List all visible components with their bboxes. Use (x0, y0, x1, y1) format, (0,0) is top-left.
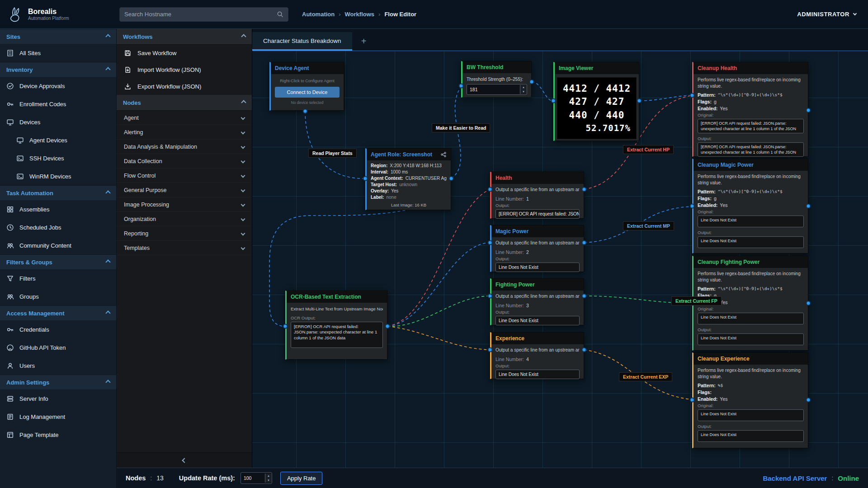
breadcrumb-automation[interactable]: Automation (302, 11, 335, 18)
wire-label-read-player-stats[interactable]: Read Player Stats (308, 149, 357, 158)
number-stepper[interactable]: ▲▼ (520, 85, 527, 94)
sidebar-item-groups[interactable]: Groups (0, 287, 116, 305)
workflows-header[interactable]: Workflows (117, 29, 252, 45)
original-textarea[interactable]: Line Does Not Exist (698, 313, 804, 324)
sidebar-section-inventory[interactable]: Inventory (0, 62, 116, 77)
sidebar-item-filters[interactable]: Filters (0, 269, 116, 287)
breadcrumb-flow-editor[interactable]: Flow Editor (384, 11, 416, 18)
sidebar-item-agent-devices[interactable]: Agent Devices (0, 131, 116, 149)
ocr-input-port[interactable] (283, 324, 288, 329)
cleanup-experience-output-port[interactable] (806, 398, 811, 403)
tab-character-status-breakdown[interactable]: Character Status Breakdown (252, 32, 352, 51)
experience-input-port[interactable] (488, 347, 493, 352)
node-image-viewer[interactable]: Image Viewer 4412 / 4412 427 / 427 440 /… (553, 62, 639, 141)
node-fighting-power[interactable]: Fighting Power Output a specific line fr… (490, 278, 584, 325)
number-stepper[interactable]: ▲▼ (265, 474, 272, 483)
node-ocr-text-extraction[interactable]: OCR-Based Text Extraction Extract Multi-… (285, 291, 387, 360)
bw-threshold-input-port[interactable] (459, 84, 464, 89)
save-workflow-button[interactable]: Save Workflow (117, 45, 252, 61)
wire-label-extract-current-hp[interactable]: Extract Current HP (623, 145, 674, 154)
node-category-templates[interactable]: Templates (117, 241, 252, 255)
cleanup-magic-output-port[interactable] (806, 204, 811, 209)
node-category-general-purpose[interactable]: General Purpose (117, 183, 252, 197)
health-output-port[interactable] (582, 187, 587, 192)
node-magic-power[interactable]: Magic Power Output a specific line from … (490, 225, 584, 272)
nodes-header[interactable]: Nodes (117, 95, 252, 111)
sidebar-section-admin-settings[interactable]: Admin Settings (0, 375, 116, 389)
output-field[interactable]: Line Does Not Exist (495, 316, 580, 325)
fighting-output-port[interactable] (582, 294, 587, 299)
node-cleanup-health[interactable]: Cleanup Health Performs live regex-based… (692, 62, 808, 157)
ocr-output-port[interactable] (385, 324, 390, 329)
flow-canvas[interactable]: Device Agent Right-Click to Configure Ag… (252, 51, 868, 468)
stepper-up-icon[interactable]: ▲ (265, 474, 272, 478)
add-tab-button[interactable]: + (352, 32, 376, 51)
output-textarea[interactable]: Line Does Not Exist (698, 430, 804, 442)
node-device-agent[interactable]: Device Agent Right-Click to Configure Ag… (269, 62, 344, 111)
cleanup-health-input-port[interactable] (690, 93, 695, 98)
sidebar-item-enrollment-codes[interactable]: Enrollment Codes (0, 95, 116, 113)
stepper-down-icon[interactable]: ▼ (520, 89, 527, 94)
cleanup-experience-input-port[interactable] (690, 398, 695, 403)
original-textarea[interactable]: Line Does Not Exist (698, 216, 804, 227)
output-textarea[interactable]: Line Does Not Exist (698, 333, 804, 345)
sidebar-item-device-approvals[interactable]: Device Approvals (0, 77, 116, 95)
sidebar-item-users[interactable]: Users (0, 357, 116, 375)
magic-input-port[interactable] (488, 240, 493, 245)
bw-threshold-output-port[interactable] (529, 80, 534, 84)
node-category-reporting[interactable]: Reporting (117, 226, 252, 241)
sidebar-section-task-automation[interactable]: Task Automation (0, 185, 116, 200)
sidebar-item-scheduled-jobs[interactable]: Scheduled Jobs (0, 218, 116, 236)
image-viewer-input-port[interactable] (551, 99, 556, 103)
ocr-output-textarea[interactable]: [ERROR] OCR API request failed: JSON.par… (291, 322, 383, 348)
sidebar-item-github-api-token[interactable]: GitHub API Token (0, 338, 116, 357)
import-workflow-button[interactable]: Import Workflow (JSON) (117, 61, 252, 78)
stepper-up-icon[interactable]: ▲ (520, 85, 527, 89)
wire-label-extract-current-fp[interactable]: Extract Current FP (671, 296, 722, 305)
wire-label-extract-current-exp[interactable]: Extract Current EXP (619, 372, 672, 381)
sidebar-item-community-content[interactable]: Community Content (0, 236, 116, 254)
sidebar-item-log-management[interactable]: Log Management (0, 408, 116, 426)
sidebar-item-all-sites[interactable]: All Sites (0, 44, 116, 62)
node-category-data-analysis[interactable]: Data Analysis & Manipulation (117, 140, 252, 154)
threshold-input[interactable] (467, 87, 520, 92)
output-field[interactable]: [ERROR] OCR API request failed: JSON.par… (495, 209, 580, 219)
collapse-panel-button[interactable] (117, 452, 252, 468)
original-textarea[interactable]: [ERROR] OCR API request failed: JSON.par… (698, 119, 804, 133)
apply-rate-button[interactable]: Apply Rate (280, 472, 323, 485)
cleanup-health-output-port[interactable] (806, 108, 811, 113)
image-viewer-output-port[interactable] (637, 99, 642, 103)
sidebar-item-winrm-devices[interactable]: WinRM Devices (0, 167, 116, 185)
device-agent-output-port[interactable] (303, 109, 308, 114)
update-rate-input[interactable] (241, 475, 265, 481)
sidebar-item-page-template[interactable]: Page Template (0, 426, 116, 444)
original-textarea[interactable]: Line Does Not Exist (698, 409, 804, 421)
node-category-alerting[interactable]: Alerting (117, 125, 252, 140)
wire-label-extract-current-mp[interactable]: Extract Current MP (623, 221, 674, 230)
experience-output-port[interactable] (582, 347, 587, 352)
sidebar-section-sites[interactable]: Sites (0, 29, 116, 44)
output-textarea[interactable]: [ERROR] OCR API request failed: JSON.par… (698, 142, 804, 157)
health-input-port[interactable] (488, 187, 493, 192)
node-cleanup-magic-power[interactable]: Cleanup Magic Power Performs live regex-… (692, 159, 808, 253)
output-textarea[interactable]: Line Does Not Exist (698, 236, 804, 248)
search-icon[interactable] (277, 11, 283, 18)
screenshot-input-port[interactable] (363, 176, 368, 181)
magic-output-port[interactable] (582, 240, 587, 245)
node-category-flow-control[interactable]: Flow Control (117, 169, 252, 183)
sidebar-item-devices[interactable]: Devices (0, 113, 116, 131)
sidebar-section-filters-groups[interactable]: Filters & Groups (0, 254, 116, 269)
node-category-organization[interactable]: Organization (117, 212, 252, 226)
sidebar-section-access-management[interactable]: Access Management (0, 305, 116, 320)
breadcrumb-workflows[interactable]: Workflows (345, 11, 375, 18)
node-health[interactable]: Health Output a specific line from an up… (490, 172, 584, 219)
node-category-agent[interactable]: Agent (117, 111, 252, 125)
share-icon[interactable] (440, 151, 447, 158)
fighting-input-port[interactable] (488, 294, 493, 299)
output-field[interactable]: Line Does Not Exist (495, 370, 580, 379)
sidebar-item-server-info[interactable]: Server Info (0, 389, 116, 408)
node-experience[interactable]: Experience Output a specific line from a… (490, 332, 584, 379)
output-field[interactable]: Line Does Not Exist (495, 263, 580, 272)
export-workflow-button[interactable]: Export Workflow (JSON) (117, 78, 252, 95)
node-cleanup-experience[interactable]: Cleanup Experience Performs live regex-b… (692, 352, 808, 448)
